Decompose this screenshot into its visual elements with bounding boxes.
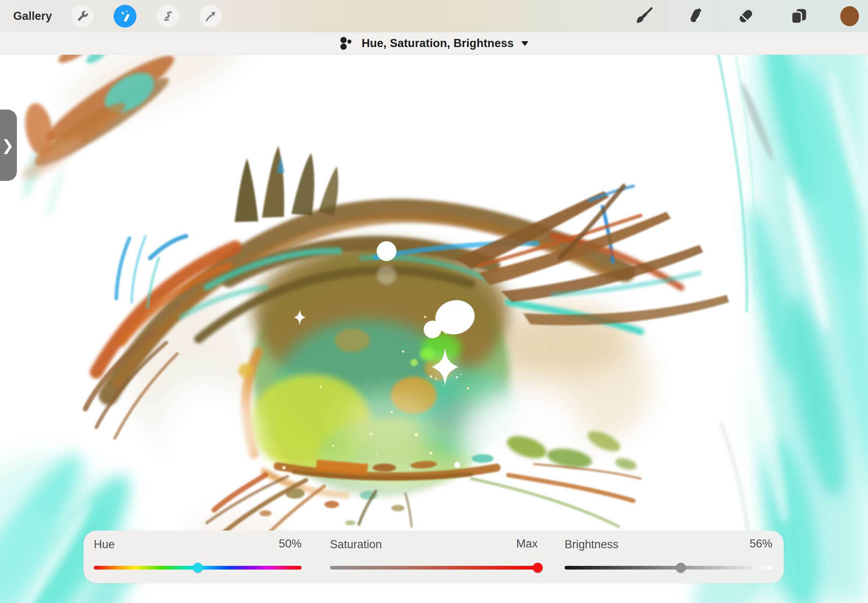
brightness-label: Brightness [565, 538, 618, 551]
transform-arrow-icon [204, 9, 217, 23]
layers-button[interactable] [788, 5, 810, 28]
caret-down-icon [521, 41, 529, 46]
gallery-button[interactable]: Gallery [13, 0, 52, 32]
smudge-icon [685, 6, 706, 26]
hue-slider[interactable] [94, 563, 302, 572]
saturation-thumb[interactable] [533, 563, 543, 573]
eraser-icon [736, 6, 756, 26]
eraser-tool-button[interactable] [735, 5, 757, 28]
layers-icon [789, 6, 809, 26]
saturation-slider-group: Saturation Max [330, 530, 538, 583]
top-toolbar: Gallery [0, 0, 868, 32]
adjustment-title-bar: Hue, Saturation, Brightness [0, 32, 868, 55]
actions-wrench-icon [76, 9, 89, 23]
adjustments-button[interactable] [114, 5, 136, 28]
adjustments-wand-icon [118, 9, 132, 23]
saturation-slider[interactable] [330, 563, 538, 572]
brightness-slider-group: Brightness 56% [565, 530, 772, 583]
selection-icon [161, 9, 175, 23]
color-button[interactable] [838, 5, 861, 28]
saturation-value: Max [516, 537, 538, 550]
adjustment-dropdown[interactable]: Hue, Saturation, Brightness [339, 36, 529, 51]
canvas-artwork[interactable] [0, 0, 868, 603]
saturation-track[interactable] [330, 566, 538, 569]
hue-label: Hue [94, 538, 115, 551]
transform-button[interactable] [199, 5, 222, 28]
hue-thumb[interactable] [193, 563, 203, 573]
active-color-swatch [838, 4, 861, 28]
procreate-screen: ❯ Hue 50% Saturation Max Brightness 56% [0, 0, 868, 603]
sidebar-expand-tab[interactable]: ❯ [0, 110, 17, 181]
brightness-value: 56% [750, 537, 772, 550]
brightness-track[interactable] [565, 566, 772, 569]
brightness-thumb[interactable] [676, 563, 686, 573]
hue-slider-group: Hue 50% [94, 530, 302, 583]
selection-button[interactable] [157, 5, 179, 28]
adjustment-title: Hue, Saturation, Brightness [362, 37, 514, 50]
chevron-right-icon: ❯ [2, 137, 14, 154]
hue-value: 50% [279, 537, 302, 550]
smudge-tool-button[interactable] [684, 5, 707, 28]
brush-tool-button[interactable] [632, 5, 655, 28]
saturation-label: Saturation [330, 538, 382, 551]
brightness-slider[interactable] [565, 563, 772, 572]
hsb-dots-icon [339, 36, 354, 51]
adjustment-slider-panel: Hue 50% Saturation Max Brightness 56% [84, 530, 784, 583]
actions-button[interactable] [71, 5, 94, 28]
brush-icon [633, 6, 654, 26]
